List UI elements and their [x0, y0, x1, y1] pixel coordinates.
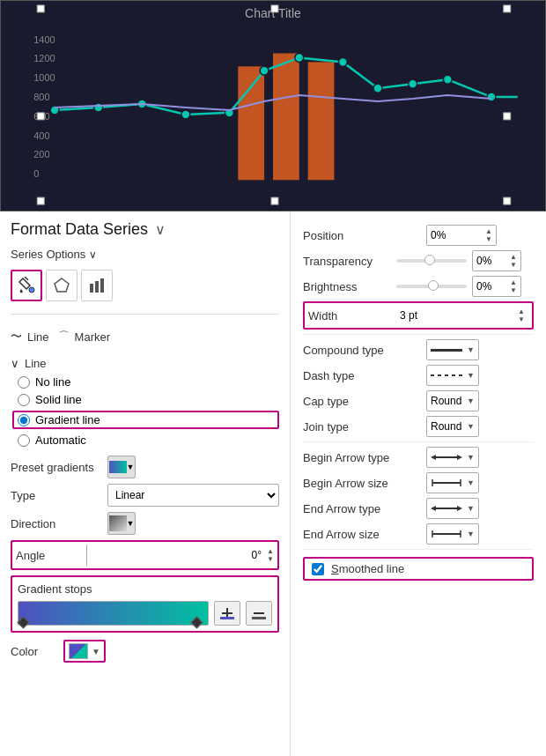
svg-rect-36 — [100, 278, 104, 293]
width-label: Width — [308, 309, 396, 322]
radio-automatic-label: Automatic — [35, 434, 86, 447]
panel-title-chevron[interactable]: ∨ — [155, 221, 166, 238]
gradient-stops-section: Gradient stops — [11, 575, 279, 633]
compound-type-button[interactable]: ▼ — [426, 339, 479, 360]
radio-automatic-input[interactable] — [18, 434, 30, 447]
position-label: Position — [303, 229, 426, 242]
smoothed-line-row[interactable]: Smoothed line — [303, 557, 534, 581]
svg-rect-35 — [95, 281, 99, 293]
series-options-chevron: ∨ — [89, 248, 97, 261]
gradient-stop-left[interactable] — [17, 616, 29, 628]
svg-point-19 — [373, 84, 382, 93]
cap-type-value: Round — [431, 395, 461, 407]
position-down[interactable]: ▼ — [485, 235, 492, 243]
position-value-box[interactable]: 0% ▲ ▼ — [426, 225, 497, 246]
svg-point-20 — [409, 79, 417, 88]
join-type-button[interactable]: Round ▼ — [426, 416, 479, 437]
r-divider-1 — [303, 334, 534, 335]
cap-type-arrow: ▼ — [467, 397, 475, 405]
smoothed-line-checkbox[interactable] — [312, 563, 324, 575]
transparency-down[interactable]: ▼ — [510, 261, 517, 269]
end-arrow-type-icon — [431, 502, 462, 515]
brightness-value: 0% — [476, 280, 491, 293]
tabs-row: 〜 Line ⌒ Marker — [11, 322, 279, 350]
svg-rect-30 — [504, 197, 511, 204]
color-dropdown-arrow: ▼ — [92, 647, 100, 656]
bar-chart-icon — [88, 277, 106, 294]
begin-arrow-size-button[interactable]: ▼ — [426, 472, 479, 493]
end-arrow-size-button[interactable]: ▼ — [426, 523, 479, 545]
radio-gradient-line-input[interactable] — [18, 414, 30, 426]
transparency-thumb[interactable] — [424, 255, 435, 265]
svg-text:0: 0 — [33, 168, 39, 179]
begin-arrow-type-button[interactable]: ▼ — [426, 447, 479, 468]
angle-down-arrow[interactable]: ▼ — [267, 555, 274, 563]
radio-automatic[interactable]: Automatic — [18, 434, 279, 447]
type-select[interactable]: Linear — [107, 484, 279, 507]
add-stop-icon — [220, 606, 234, 620]
radio-no-line[interactable]: No line — [18, 375, 279, 389]
direction-row: Direction ▼ — [11, 512, 279, 535]
color-label: Color — [11, 645, 63, 658]
preset-gradients-row: Preset gradients ▼ — [11, 456, 279, 478]
brightness-thumb[interactable] — [428, 280, 439, 291]
tab-marker[interactable]: ⌒ Marker — [58, 329, 110, 345]
color-button[interactable]: ▼ — [63, 640, 106, 663]
transparency-slider[interactable] — [396, 259, 467, 263]
width-spinner[interactable]: ▲ ▼ — [518, 308, 525, 323]
gradient-bar[interactable] — [18, 601, 209, 626]
radio-gradient-line[interactable]: Gradient line — [12, 411, 279, 429]
cap-type-button[interactable]: Round ▼ — [426, 390, 479, 411]
color-swatch — [69, 643, 88, 659]
series-options-header[interactable]: Series Options ∨ — [11, 248, 279, 261]
width-value-box[interactable]: 3 pt ▲ ▼ — [396, 305, 528, 326]
bar-chart-button[interactable] — [81, 270, 113, 301]
width-down[interactable]: ▼ — [518, 315, 525, 323]
radio-no-line-input[interactable] — [18, 376, 30, 389]
pentagon-button[interactable] — [46, 270, 77, 301]
end-arrow-type-button[interactable]: ▼ — [426, 498, 479, 519]
dash-type-button[interactable]: ▼ — [426, 365, 479, 386]
brightness-value-box[interactable]: 0% ▲ ▼ — [472, 276, 521, 297]
angle-input[interactable] — [86, 545, 265, 566]
gradient-stop-right[interactable] — [190, 616, 203, 628]
brightness-up[interactable]: ▲ — [510, 278, 517, 286]
dash-type-arrow: ▼ — [467, 371, 475, 380]
transparency-spinner[interactable]: ▲ ▼ — [510, 253, 517, 269]
width-up[interactable]: ▲ — [518, 308, 525, 315]
transparency-row: Transparency 0% ▲ ▼ — [303, 250, 534, 271]
preset-gradients-label: Preset gradients — [11, 461, 107, 474]
add-gradient-stop-button[interactable] — [214, 601, 240, 626]
direction-icon — [109, 515, 127, 531]
remove-gradient-stop-button[interactable] — [246, 601, 272, 626]
svg-text:1000: 1000 — [33, 72, 55, 83]
begin-arrow-type-row: Begin Arrow type ▼ — [303, 447, 534, 468]
brightness-spinner[interactable]: ▲ ▼ — [510, 278, 517, 294]
series-options-label: Series Options — [11, 248, 85, 261]
remove-stop-icon — [252, 606, 266, 620]
join-type-value: Round — [431, 420, 461, 433]
brightness-slider[interactable] — [396, 285, 467, 288]
brightness-down[interactable]: ▼ — [510, 286, 517, 294]
paint-bucket-button[interactable] — [11, 270, 42, 301]
svg-rect-10 — [308, 62, 335, 180]
transparency-value-box[interactable]: 0% ▲ ▼ — [472, 250, 521, 271]
svg-rect-28 — [37, 197, 44, 204]
cap-type-row: Cap type Round ▼ — [303, 390, 534, 411]
direction-button[interactable]: ▼ — [107, 512, 136, 535]
preset-gradients-button[interactable]: ▼ — [107, 456, 136, 478]
angle-up-arrow[interactable]: ▲ — [267, 547, 274, 555]
svg-rect-25 — [504, 5, 511, 12]
line-section-header[interactable]: ∨ Line — [11, 357, 279, 370]
cap-type-label: Cap type — [303, 395, 426, 408]
position-up[interactable]: ▲ — [485, 227, 492, 235]
position-spinner[interactable]: ▲ ▼ — [485, 227, 492, 243]
line-section-label: Line — [25, 357, 47, 370]
transparency-up[interactable]: ▲ — [510, 253, 517, 261]
radio-solid-line[interactable]: Solid line — [18, 393, 279, 406]
begin-arrow-size-icon — [431, 477, 462, 489]
tab-line[interactable]: 〜 Line — [11, 329, 49, 345]
marker-wave-icon: ⌒ — [58, 329, 70, 345]
radio-solid-line-input[interactable] — [18, 394, 30, 406]
svg-point-32 — [29, 287, 34, 293]
